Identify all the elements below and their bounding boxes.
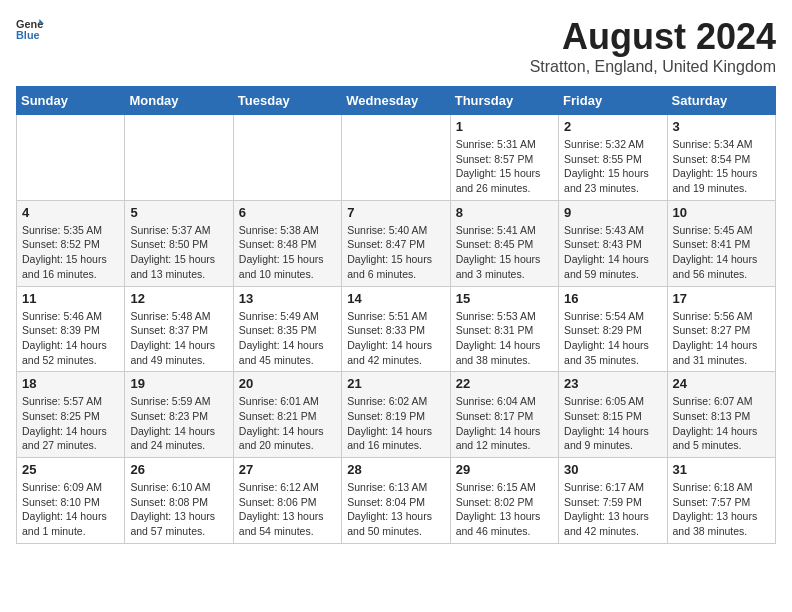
day-number: 28 (347, 462, 444, 477)
logo: General Blue (16, 16, 44, 44)
day-info: Sunrise: 6:13 AM Sunset: 8:04 PM Dayligh… (347, 480, 444, 539)
day-info: Sunrise: 5:34 AM Sunset: 8:54 PM Dayligh… (673, 137, 770, 196)
day-info: Sunrise: 5:37 AM Sunset: 8:50 PM Dayligh… (130, 223, 227, 282)
logo-icon: General Blue (16, 16, 44, 44)
day-number: 5 (130, 205, 227, 220)
day-number: 26 (130, 462, 227, 477)
day-info: Sunrise: 5:57 AM Sunset: 8:25 PM Dayligh… (22, 394, 119, 453)
calendar-cell: 1Sunrise: 5:31 AM Sunset: 8:57 PM Daylig… (450, 115, 558, 201)
calendar-cell (233, 115, 341, 201)
weekday-header-friday: Friday (559, 87, 667, 115)
calendar-cell: 27Sunrise: 6:12 AM Sunset: 8:06 PM Dayli… (233, 458, 341, 544)
calendar-cell: 15Sunrise: 5:53 AM Sunset: 8:31 PM Dayli… (450, 286, 558, 372)
day-number: 8 (456, 205, 553, 220)
day-info: Sunrise: 5:56 AM Sunset: 8:27 PM Dayligh… (673, 309, 770, 368)
day-info: Sunrise: 6:05 AM Sunset: 8:15 PM Dayligh… (564, 394, 661, 453)
day-number: 25 (22, 462, 119, 477)
day-info: Sunrise: 5:53 AM Sunset: 8:31 PM Dayligh… (456, 309, 553, 368)
day-number: 1 (456, 119, 553, 134)
weekday-header-wednesday: Wednesday (342, 87, 450, 115)
calendar-cell: 10Sunrise: 5:45 AM Sunset: 8:41 PM Dayli… (667, 200, 775, 286)
day-info: Sunrise: 6:02 AM Sunset: 8:19 PM Dayligh… (347, 394, 444, 453)
day-number: 6 (239, 205, 336, 220)
calendar-cell: 5Sunrise: 5:37 AM Sunset: 8:50 PM Daylig… (125, 200, 233, 286)
calendar-cell: 2Sunrise: 5:32 AM Sunset: 8:55 PM Daylig… (559, 115, 667, 201)
calendar-cell: 14Sunrise: 5:51 AM Sunset: 8:33 PM Dayli… (342, 286, 450, 372)
calendar-cell (125, 115, 233, 201)
day-number: 7 (347, 205, 444, 220)
day-info: Sunrise: 6:01 AM Sunset: 8:21 PM Dayligh… (239, 394, 336, 453)
calendar-cell: 12Sunrise: 5:48 AM Sunset: 8:37 PM Dayli… (125, 286, 233, 372)
day-info: Sunrise: 6:18 AM Sunset: 7:57 PM Dayligh… (673, 480, 770, 539)
calendar-cell: 29Sunrise: 6:15 AM Sunset: 8:02 PM Dayli… (450, 458, 558, 544)
calendar-cell: 18Sunrise: 5:57 AM Sunset: 8:25 PM Dayli… (17, 372, 125, 458)
calendar-cell: 11Sunrise: 5:46 AM Sunset: 8:39 PM Dayli… (17, 286, 125, 372)
calendar-cell: 24Sunrise: 6:07 AM Sunset: 8:13 PM Dayli… (667, 372, 775, 458)
calendar-cell: 3Sunrise: 5:34 AM Sunset: 8:54 PM Daylig… (667, 115, 775, 201)
calendar-cell: 4Sunrise: 5:35 AM Sunset: 8:52 PM Daylig… (17, 200, 125, 286)
day-info: Sunrise: 5:38 AM Sunset: 8:48 PM Dayligh… (239, 223, 336, 282)
day-info: Sunrise: 6:12 AM Sunset: 8:06 PM Dayligh… (239, 480, 336, 539)
day-number: 23 (564, 376, 661, 391)
calendar-cell: 31Sunrise: 6:18 AM Sunset: 7:57 PM Dayli… (667, 458, 775, 544)
week-row-5: 25Sunrise: 6:09 AM Sunset: 8:10 PM Dayli… (17, 458, 776, 544)
main-title: August 2024 (530, 16, 776, 58)
day-info: Sunrise: 6:09 AM Sunset: 8:10 PM Dayligh… (22, 480, 119, 539)
calendar-table: SundayMondayTuesdayWednesdayThursdayFrid… (16, 86, 776, 544)
day-number: 15 (456, 291, 553, 306)
day-info: Sunrise: 5:31 AM Sunset: 8:57 PM Dayligh… (456, 137, 553, 196)
day-number: 3 (673, 119, 770, 134)
calendar-cell: 6Sunrise: 5:38 AM Sunset: 8:48 PM Daylig… (233, 200, 341, 286)
day-info: Sunrise: 5:45 AM Sunset: 8:41 PM Dayligh… (673, 223, 770, 282)
day-number: 2 (564, 119, 661, 134)
day-number: 10 (673, 205, 770, 220)
day-info: Sunrise: 6:10 AM Sunset: 8:08 PM Dayligh… (130, 480, 227, 539)
day-info: Sunrise: 5:48 AM Sunset: 8:37 PM Dayligh… (130, 309, 227, 368)
weekday-header-row: SundayMondayTuesdayWednesdayThursdayFrid… (17, 87, 776, 115)
week-row-2: 4Sunrise: 5:35 AM Sunset: 8:52 PM Daylig… (17, 200, 776, 286)
day-number: 21 (347, 376, 444, 391)
title-area: August 2024 Stratton, England, United Ki… (530, 16, 776, 76)
calendar-cell: 25Sunrise: 6:09 AM Sunset: 8:10 PM Dayli… (17, 458, 125, 544)
calendar-cell: 8Sunrise: 5:41 AM Sunset: 8:45 PM Daylig… (450, 200, 558, 286)
weekday-header-monday: Monday (125, 87, 233, 115)
calendar-cell (342, 115, 450, 201)
calendar-cell (17, 115, 125, 201)
day-number: 29 (456, 462, 553, 477)
day-number: 18 (22, 376, 119, 391)
day-info: Sunrise: 5:40 AM Sunset: 8:47 PM Dayligh… (347, 223, 444, 282)
day-number: 19 (130, 376, 227, 391)
svg-text:Blue: Blue (16, 29, 40, 41)
calendar-cell: 19Sunrise: 5:59 AM Sunset: 8:23 PM Dayli… (125, 372, 233, 458)
week-row-3: 11Sunrise: 5:46 AM Sunset: 8:39 PM Dayli… (17, 286, 776, 372)
day-number: 12 (130, 291, 227, 306)
day-info: Sunrise: 5:41 AM Sunset: 8:45 PM Dayligh… (456, 223, 553, 282)
day-number: 20 (239, 376, 336, 391)
week-row-1: 1Sunrise: 5:31 AM Sunset: 8:57 PM Daylig… (17, 115, 776, 201)
day-number: 31 (673, 462, 770, 477)
day-number: 11 (22, 291, 119, 306)
day-info: Sunrise: 5:35 AM Sunset: 8:52 PM Dayligh… (22, 223, 119, 282)
day-info: Sunrise: 6:17 AM Sunset: 7:59 PM Dayligh… (564, 480, 661, 539)
day-number: 13 (239, 291, 336, 306)
day-number: 22 (456, 376, 553, 391)
calendar-cell: 17Sunrise: 5:56 AM Sunset: 8:27 PM Dayli… (667, 286, 775, 372)
calendar-cell: 16Sunrise: 5:54 AM Sunset: 8:29 PM Dayli… (559, 286, 667, 372)
day-number: 16 (564, 291, 661, 306)
calendar-cell: 30Sunrise: 6:17 AM Sunset: 7:59 PM Dayli… (559, 458, 667, 544)
day-info: Sunrise: 6:15 AM Sunset: 8:02 PM Dayligh… (456, 480, 553, 539)
day-number: 24 (673, 376, 770, 391)
calendar-cell: 28Sunrise: 6:13 AM Sunset: 8:04 PM Dayli… (342, 458, 450, 544)
sub-title: Stratton, England, United Kingdom (530, 58, 776, 76)
calendar-cell: 7Sunrise: 5:40 AM Sunset: 8:47 PM Daylig… (342, 200, 450, 286)
weekday-header-tuesday: Tuesday (233, 87, 341, 115)
day-number: 4 (22, 205, 119, 220)
calendar-cell: 26Sunrise: 6:10 AM Sunset: 8:08 PM Dayli… (125, 458, 233, 544)
day-info: Sunrise: 5:51 AM Sunset: 8:33 PM Dayligh… (347, 309, 444, 368)
day-info: Sunrise: 5:54 AM Sunset: 8:29 PM Dayligh… (564, 309, 661, 368)
week-row-4: 18Sunrise: 5:57 AM Sunset: 8:25 PM Dayli… (17, 372, 776, 458)
day-info: Sunrise: 6:07 AM Sunset: 8:13 PM Dayligh… (673, 394, 770, 453)
calendar-cell: 22Sunrise: 6:04 AM Sunset: 8:17 PM Dayli… (450, 372, 558, 458)
weekday-header-sunday: Sunday (17, 87, 125, 115)
day-number: 30 (564, 462, 661, 477)
